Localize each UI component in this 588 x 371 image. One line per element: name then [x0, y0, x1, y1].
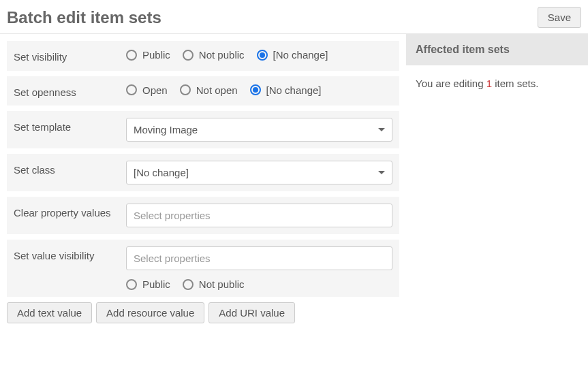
radio-icon — [183, 279, 194, 290]
select-class[interactable]: [No change] — [126, 161, 392, 184]
label-set-class: Set class — [14, 161, 126, 184]
radio-openness-not-open[interactable]: Not open — [180, 84, 238, 96]
sidebar-text-suffix: item sets. — [492, 78, 538, 89]
radio-icon — [126, 84, 137, 95]
radio-icon — [257, 50, 268, 61]
radio-label: [No change] — [273, 49, 328, 61]
radio-label: [No change] — [266, 84, 322, 96]
radio-label: Open — [142, 84, 168, 96]
page-header: Batch edit item sets Save — [0, 0, 588, 34]
radio-label: Public — [142, 49, 170, 61]
radios-openness: Open Not open [No change] — [126, 83, 392, 96]
field-set-visibility: Set visibility Public Not public [No cha… — [7, 41, 399, 71]
action-row: Add text value Add resource value Add UR… — [7, 302, 399, 323]
label-set-template: Set template — [14, 118, 126, 142]
radio-icon — [183, 50, 194, 61]
radio-icon — [250, 84, 261, 95]
radio-visibility-no-change[interactable]: [No change] — [257, 49, 328, 61]
input-clear-property[interactable] — [126, 204, 392, 227]
radio-label: Not public — [199, 278, 245, 290]
field-set-class: Set class [No change] — [7, 154, 399, 191]
field-set-template: Set template Moving Image — [7, 111, 399, 148]
radio-value-visibility-public[interactable]: Public — [126, 278, 170, 290]
radios-value-visibility: Public Not public — [126, 277, 392, 290]
radio-openness-open[interactable]: Open — [126, 84, 168, 96]
radio-openness-no-change[interactable]: [No change] — [250, 84, 322, 96]
sidebar: Affected item sets You are editing 1 ite… — [406, 34, 588, 330]
select-template[interactable]: Moving Image — [126, 118, 392, 142]
sidebar-count: 1 — [486, 78, 492, 89]
label-set-openness: Set openness — [14, 83, 126, 99]
sidebar-header: Affected item sets — [406, 34, 588, 65]
caret-down-icon — [378, 171, 385, 174]
select-value: [No change] — [134, 167, 189, 178]
label-value-visibility: Set value visibility — [14, 246, 126, 290]
page-title: Batch edit item sets — [7, 8, 161, 27]
radio-label: Public — [142, 278, 170, 290]
caret-down-icon — [378, 128, 385, 131]
radio-label: Not open — [196, 84, 238, 96]
radio-value-visibility-not-public[interactable]: Not public — [183, 278, 245, 290]
add-text-value-button[interactable]: Add text value — [7, 302, 92, 323]
label-clear-property: Clear property values — [14, 204, 126, 227]
select-value: Moving Image — [134, 124, 198, 135]
radio-icon — [126, 279, 137, 290]
layout: Set visibility Public Not public [No cha… — [0, 34, 588, 330]
sidebar-body: You are editing 1 item sets. — [406, 65, 588, 101]
field-set-openness: Set openness Open Not open [No change] — [7, 76, 399, 106]
radios-visibility: Public Not public [No change] — [126, 48, 392, 61]
add-resource-value-button[interactable]: Add resource value — [96, 302, 204, 323]
add-uri-value-button[interactable]: Add URI value — [208, 302, 295, 323]
field-value-visibility: Set value visibility Public Not public — [7, 240, 399, 297]
radio-icon — [180, 84, 191, 95]
label-set-visibility: Set visibility — [14, 48, 126, 64]
radio-label: Not public — [199, 49, 245, 61]
field-clear-property: Clear property values — [7, 197, 399, 234]
sidebar-text-prefix: You are editing — [416, 78, 486, 89]
input-value-visibility[interactable] — [126, 246, 392, 270]
radio-icon — [126, 50, 137, 61]
radio-visibility-public[interactable]: Public — [126, 49, 170, 61]
save-button[interactable]: Save — [538, 7, 581, 28]
main-form: Set visibility Public Not public [No cha… — [0, 34, 406, 330]
radio-visibility-not-public[interactable]: Not public — [183, 49, 245, 61]
